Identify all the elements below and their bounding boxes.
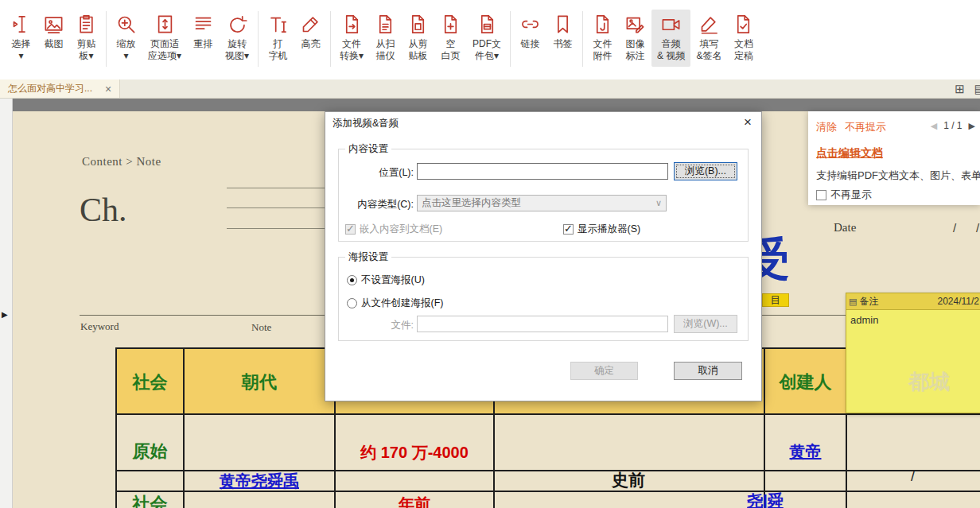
toolbar-separator xyxy=(510,11,511,67)
toolbar-select-tool-button[interactable]: 选择 ▾ xyxy=(5,10,37,67)
date-label: Date xyxy=(834,221,856,235)
blank-page-icon xyxy=(440,12,461,36)
content-type-select[interactable]: 点击这里选择内容类型 ∨ xyxy=(417,195,667,211)
content-type-label: 内容类型(C): xyxy=(342,198,414,211)
rotate-view-icon xyxy=(227,12,248,36)
toolbar-label: 重排 xyxy=(194,38,213,50)
zoom-icon xyxy=(115,12,137,36)
side-panel-icon[interactable]: ▤ xyxy=(974,82,980,96)
from-clipboard-icon xyxy=(407,12,429,36)
toolbar-clipboard-button[interactable]: 剪贴 板▾ xyxy=(70,10,103,67)
date-slash: / xyxy=(953,221,956,235)
page-navigator: ◀ 1 / 1 ▶ xyxy=(931,120,975,131)
show-player-label: 显示播放器(S) xyxy=(578,223,640,236)
file-attach-icon xyxy=(592,12,613,36)
toolbar-label: 页面适 应选项▾ xyxy=(148,38,181,62)
toolbar-audio-video-button[interactable]: 音频 & 视频 xyxy=(651,10,690,67)
table-cell: 原始 xyxy=(117,440,183,463)
toolbar-fill-sign-button[interactable]: 填写 &签名 xyxy=(690,10,727,67)
toolbar-label: 图像 标注 xyxy=(626,38,645,62)
workspace: Content > Note Ch. Keyword Note Date / /… xyxy=(0,99,980,508)
tabbar-view-icons: ⊞ ▤ xyxy=(955,79,980,98)
expand-panel-arrow[interactable]: ▶ xyxy=(2,310,8,319)
pdf-package-icon xyxy=(476,12,498,36)
toolbar-link-button[interactable]: 链接 xyxy=(514,10,546,55)
poster-from-file-label: 从文件创建海报(F) xyxy=(361,297,443,310)
dialog-title: 添加视频&音频 xyxy=(332,117,399,130)
no-poster-radio[interactable] xyxy=(347,275,357,285)
poster-file-label: 文件: xyxy=(342,319,414,332)
next-page-icon[interactable]: ▶ xyxy=(969,121,975,131)
table-cell: 年前 xyxy=(336,494,493,508)
from-scanner-icon xyxy=(375,12,396,36)
toolbar-page-fit-button[interactable]: 页面适 应选项▾ xyxy=(142,10,187,67)
toolbar-file-convert-button[interactable]: 文件 转换▾ xyxy=(334,10,369,67)
toolbar-highlight-button[interactable]: 高亮 xyxy=(294,10,327,55)
toolbar-rotate-view-button[interactable]: 旋转 视图▾ xyxy=(220,10,255,67)
dialog-close-icon[interactable]: × xyxy=(744,114,752,130)
toolbar-zoom-button[interactable]: 缩放 ▾ xyxy=(110,10,142,67)
dont-show-checkbox[interactable] xyxy=(816,190,826,200)
toolbar-label: 文档 定稿 xyxy=(734,38,753,62)
left-panel-strip: ▶ xyxy=(0,99,13,508)
toolbar-file-attach-button[interactable]: 文件 附件 xyxy=(586,10,619,67)
toolbar-label: 打 字机 xyxy=(269,38,288,62)
bookmark-icon xyxy=(552,12,574,36)
typewriter-icon xyxy=(267,12,289,36)
sticky-note[interactable]: ▤ 备注 2024/11/2 admin 都城 xyxy=(846,293,980,413)
tab-title: 怎么面对高中学习... xyxy=(8,82,92,95)
toolbar-blank-page-button[interactable]: 空 白页 xyxy=(434,10,467,67)
toolbar-bookmark-button[interactable]: 书签 xyxy=(546,10,579,55)
toolbar-label: 高亮 xyxy=(301,38,321,50)
toolbar-doc-finalize-button[interactable]: 文档 定稿 xyxy=(727,10,760,67)
clear-button[interactable]: 清除 xyxy=(816,120,837,134)
toolbar-from-clipboard-button[interactable]: 从剪 贴板 xyxy=(402,10,434,67)
note-anchor-highlight[interactable]: 目 xyxy=(762,293,789,307)
pdf-chapter-heading: Ch. xyxy=(80,191,127,229)
document-tab[interactable]: 怎么面对高中学习... × xyxy=(0,79,120,98)
cancel-button[interactable]: 取消 xyxy=(674,362,742,380)
group-legend: 内容设置 xyxy=(345,142,391,156)
poster-file-input xyxy=(417,316,668,332)
poster-from-file-radio[interactable] xyxy=(347,298,357,308)
toolbar-separator xyxy=(258,11,259,67)
toolbar-label: 文件 附件 xyxy=(593,38,612,62)
browse-location-button[interactable]: 浏览(B)... xyxy=(674,162,737,180)
show-player-checkbox[interactable] xyxy=(563,224,574,235)
screenshot-icon xyxy=(43,12,64,36)
audio-video-icon xyxy=(660,12,682,36)
toolbar-reflow-button[interactable]: 重排 xyxy=(187,10,220,55)
no-poster-label: 不设置海报(U) xyxy=(361,273,425,287)
date-slash: / xyxy=(976,221,979,235)
no-remind-button[interactable]: 不再提示 xyxy=(845,120,886,134)
dont-show-label: 不再显示 xyxy=(830,188,872,202)
fill-sign-icon xyxy=(698,12,720,36)
table-cell-link[interactable]: 黄帝尧舜禹 xyxy=(185,471,334,492)
prev-page-icon[interactable]: ◀ xyxy=(931,121,937,131)
toolbar-label: 剪贴 板▾ xyxy=(77,38,96,62)
table-cell: 约 170 万-4000 xyxy=(336,442,493,463)
toolbar-label: 旋转 视图▾ xyxy=(225,38,249,62)
note-icon: ▤ xyxy=(849,297,857,307)
tab-close-icon[interactable]: × xyxy=(105,83,111,95)
edit-document-link[interactable]: 点击编辑文档 xyxy=(816,146,883,161)
toolbar-image-annotate-button[interactable]: 图像 标注 xyxy=(619,10,651,67)
toolbar-screenshot-button[interactable]: 截图 xyxy=(37,10,70,55)
toolbar-typewriter-button[interactable]: 打 字机 xyxy=(262,10,294,67)
table-cell-link[interactable]: 尧|舜 xyxy=(710,491,821,508)
table-cell-link[interactable]: 黄帝 xyxy=(765,441,846,463)
location-input[interactable] xyxy=(417,163,668,180)
sticky-note-header: ▤ 备注 2024/11/2 xyxy=(846,293,980,310)
highlight-icon xyxy=(300,12,321,36)
table-header-cell: 社会 xyxy=(117,370,183,394)
sticky-note-title: 备注 xyxy=(859,295,878,308)
tab-bar: 怎么面对高中学习... × ⊞ ▤ xyxy=(0,79,980,99)
select-tool-icon xyxy=(10,12,32,36)
toolbar-pdf-package-button[interactable]: PDF文 件包▾ xyxy=(467,10,507,67)
toolbar-from-scanner-button[interactable]: 从扫 描仪 xyxy=(369,10,402,67)
grid-view-icon[interactable]: ⊞ xyxy=(955,82,965,96)
table-cell: 史前 xyxy=(495,469,762,491)
toolbar-label: 音频 & 视频 xyxy=(657,38,685,62)
page-indicator: 1 / 1 xyxy=(943,120,962,131)
notice-description: 支持编辑PDF文档文本、图片、表单等 xyxy=(816,169,980,183)
